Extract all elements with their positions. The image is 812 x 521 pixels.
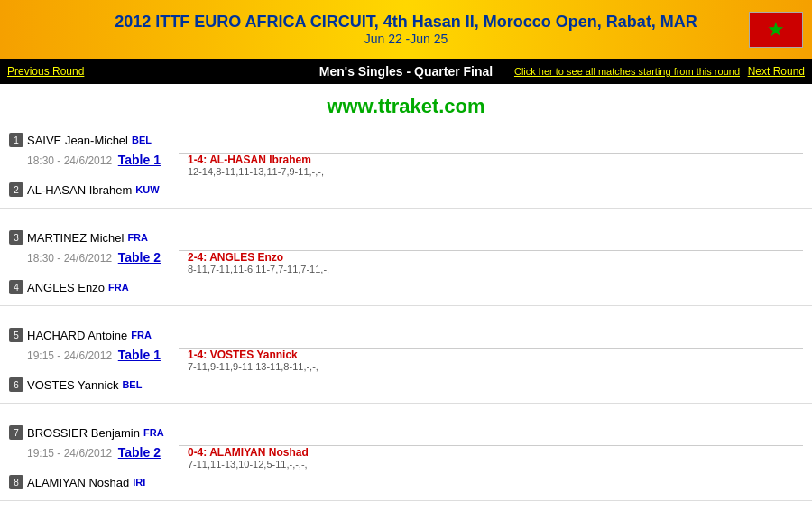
match-info-row: 18:30 - 24/6/2012 Table 1 1-4: AL-HASAN … [27, 153, 803, 177]
tournament-title: 2012 ITTF EURO AFRICA CIRCUIT, 4th Hasan… [63, 13, 749, 32]
player1-num: 1 [9, 133, 23, 147]
match-block-1: 1 SAIVE Jean-Michel BEL 18:30 - 24/6/201… [0, 126, 812, 209]
match-block-4: 7 BROSSIER Benjamin FRA 19:15 - 24/6/201… [0, 418, 812, 501]
result-winner: 0-4: ALAMIYAN Noshad [188, 446, 803, 459]
matches-container: 1 SAIVE Jean-Michel BEL 18:30 - 24/6/201… [0, 126, 812, 501]
result-score: 7-11,11-13,10-12,5-11,-,-,-, [188, 459, 803, 470]
player2-num: 4 [9, 280, 23, 294]
player2-name: VOSTES Yannick [27, 378, 118, 392]
tournament-dates: Jun 22 -Jun 25 [63, 32, 749, 46]
match-info-row: 18:30 - 24/6/2012 Table 2 2-4: ANGLES En… [27, 250, 803, 274]
player1-name: MARTINEZ Michel [27, 231, 124, 245]
result-score: 7-11,9-11,9-11,13-11,8-11,-,-, [188, 361, 803, 372]
result-section: 0-4: ALAMIYAN Noshad 7-11,11-13,10-12,5-… [179, 445, 803, 470]
player2-num: 6 [9, 377, 23, 392]
match-info-row: 19:15 - 24/6/2012 Table 1 1-4: VOSTES Ya… [27, 348, 803, 372]
table-link[interactable]: Table 1 [118, 348, 161, 362]
player1-name: BROSSIER Benjamin [27, 426, 140, 440]
round-title: Men's Singles - Quarter Final [319, 64, 493, 79]
result-section: 1-4: AL-HASAN Ibrahem 12-14,8-11,11-13,1… [179, 153, 803, 177]
player2-row: 8 ALAMIYAN Noshad IRI [9, 473, 803, 491]
result-score: 12-14,8-11,11-13,11-7,9-11,-,-, [188, 166, 803, 177]
player2-num: 2 [9, 182, 23, 197]
player2-row: 2 AL-HASAN Ibrahem KUW [9, 181, 803, 199]
match-info-row: 19:15 - 24/6/2012 Table 2 0-4: ALAMIYAN … [27, 445, 803, 470]
player1-country: FRA [127, 232, 148, 243]
player2-row: 6 VOSTES Yannick BEL [9, 376, 803, 394]
match-time: 19:15 - 24/6/2012 Table 2 [27, 445, 161, 460]
player1-country: BEL [132, 135, 152, 145]
match-time: 19:15 - 24/6/2012 Table 1 [27, 348, 161, 362]
result-winner: 2-4: ANGLES Enzo [188, 251, 803, 264]
player1-country: FRA [131, 330, 152, 340]
player2-name: ALAMIYAN Noshad [27, 476, 129, 489]
result-winner: 1-4: AL-HASAN Ibrahem [188, 154, 803, 166]
page-header: 2012 ITTF EURO AFRICA CIRCUIT, 4th Hasan… [0, 0, 812, 59]
player2-name: AL-HASAN Ibrahem [27, 183, 132, 197]
player2-row: 4 ANGLES Enzo FRA [9, 278, 803, 296]
result-winner: 1-4: VOSTES Yannick [188, 349, 803, 361]
see-all-link[interactable]: Click her to see all matches starting fr… [514, 66, 740, 77]
player1-num: 5 [9, 328, 23, 342]
flag-star-icon: ★ [767, 18, 785, 42]
country-flag: ★ [749, 12, 803, 48]
player2-country: BEL [122, 379, 142, 390]
player2-country: IRI [133, 477, 145, 488]
player1-name: HACHARD Antoine [27, 329, 127, 342]
match-block-2: 3 MARTINEZ Michel FRA 18:30 - 24/6/2012 … [0, 223, 812, 306]
site-url[interactable]: www.ttraket.com [0, 84, 812, 126]
result-score: 8-11,7-11,11-6,11-7,7-11,7-11,-, [188, 264, 803, 274]
table-link[interactable]: Table 2 [118, 445, 161, 460]
table-link[interactable]: Table 1 [118, 153, 161, 167]
result-section: 1-4: VOSTES Yannick 7-11,9-11,9-11,13-11… [179, 348, 803, 372]
player2-country: FRA [108, 282, 129, 293]
result-section: 2-4: ANGLES Enzo 8-11,7-11,11-6,11-7,7-1… [179, 250, 803, 274]
player1-row: 7 BROSSIER Benjamin FRA [9, 423, 803, 442]
player2-country: KUW [135, 184, 159, 195]
match-time: 18:30 - 24/6/2012 Table 2 [27, 250, 161, 265]
player2-num: 8 [9, 475, 23, 489]
player2-name: ANGLES Enzo [27, 281, 105, 294]
match-block-3: 5 HACHARD Antoine FRA 19:15 - 24/6/2012 … [0, 321, 812, 404]
player1-row: 5 HACHARD Antoine FRA [9, 326, 803, 344]
nav-bar: Previous Round Men's Singles - Quarter F… [0, 59, 812, 84]
player1-name: SAIVE Jean-Michel [27, 134, 128, 147]
player1-num: 7 [9, 425, 23, 440]
player1-num: 3 [9, 230, 23, 245]
match-time: 18:30 - 24/6/2012 Table 1 [27, 153, 161, 167]
player1-row: 1 SAIVE Jean-Michel BEL [9, 131, 803, 149]
prev-round-link[interactable]: Previous Round [7, 65, 84, 78]
next-round-link[interactable]: Next Round [748, 65, 805, 78]
header-text: 2012 ITTF EURO AFRICA CIRCUIT, 4th Hasan… [63, 13, 749, 46]
table-link[interactable]: Table 2 [118, 250, 161, 265]
player1-row: 3 MARTINEZ Michel FRA [9, 228, 803, 247]
player1-country: FRA [143, 427, 164, 438]
